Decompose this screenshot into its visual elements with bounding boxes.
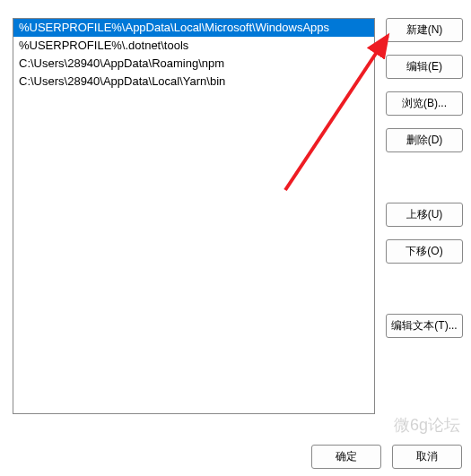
browse-button[interactable]: 浏览(B)... xyxy=(386,91,463,116)
bottom-button-panel: 确定 取消 xyxy=(311,445,462,469)
watermark-text: 微6g论坛 xyxy=(394,414,460,436)
list-item[interactable]: C:\Users\28940\AppData\Local\Yarn\bin xyxy=(13,73,374,91)
list-item[interactable]: C:\Users\28940\AppData\Roaming\npm xyxy=(13,55,374,73)
list-item[interactable]: %USERPROFILE%\.dotnet\tools xyxy=(13,37,374,55)
list-item[interactable]: %USERPROFILE%\AppData\Local\Microsoft\Wi… xyxy=(13,19,374,37)
move-down-button[interactable]: 下移(O) xyxy=(386,239,463,264)
cancel-button[interactable]: 取消 xyxy=(392,445,462,469)
new-button[interactable]: 新建(N) xyxy=(386,18,463,42)
delete-button[interactable]: 删除(D) xyxy=(386,128,463,152)
path-list[interactable]: %USERPROFILE%\AppData\Local\Microsoft\Wi… xyxy=(13,18,375,414)
edit-button[interactable]: 编辑(E) xyxy=(386,55,463,79)
edit-text-button[interactable]: 编辑文本(T)... xyxy=(386,314,463,338)
move-up-button[interactable]: 上移(U) xyxy=(386,203,463,227)
ok-button[interactable]: 确定 xyxy=(311,445,381,469)
side-button-panel: 新建(N) 编辑(E) 浏览(B)... 删除(D) 上移(U) 下移(O) 编… xyxy=(386,18,463,338)
